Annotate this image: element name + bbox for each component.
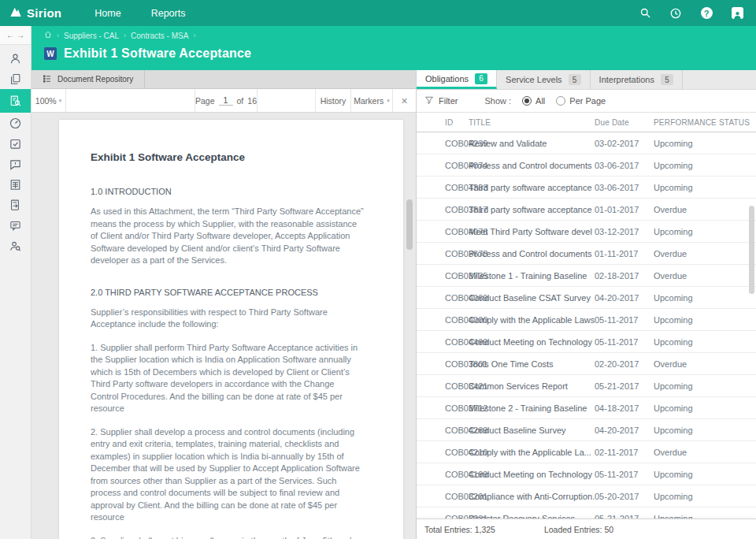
brand-name: Sirion: [27, 6, 61, 20]
table-row[interactable]: COB04383Third party software acceptance …: [417, 177, 756, 199]
tab-obligations[interactable]: Obligations 6: [417, 70, 497, 89]
sidebar-item-change-requests[interactable]: [0, 195, 31, 215]
table-scrollbar-thumb[interactable]: [749, 206, 754, 294]
table-row[interactable]: COB04000Comply with the Applicable Laws0…: [417, 309, 756, 331]
table-row[interactable]: COB04239Review and Validate03-02-2017Upc…: [417, 132, 756, 154]
radio-button[interactable]: [522, 96, 532, 106]
table-cell: 05-11-2017: [595, 337, 654, 347]
table-cell: Common Services Report: [469, 381, 595, 391]
table-cell: COB04210: [417, 448, 469, 457]
app-logo[interactable]: Sirion: [0, 6, 61, 20]
breadcrumb-contracts[interactable]: Contracts - MSA: [131, 32, 188, 40]
page-title: Exhibit 1 Software Acceptance: [64, 46, 251, 61]
back-forward-arrows[interactable]: ←→: [0, 26, 31, 45]
table-row[interactable]: COB04499Conduct Meeting on Technology ..…: [417, 331, 756, 353]
table-cell: COB04199: [417, 470, 469, 479]
history-button[interactable]: History: [316, 89, 351, 112]
column-header-performance-status[interactable]: PERFORMANCE STATUS: [654, 118, 756, 127]
table-cell: Milestone 1 - Training Baseline: [469, 271, 595, 281]
forward-arrow-icon[interactable]: →: [17, 31, 24, 39]
table-cell: 03-06-2017: [595, 183, 654, 192]
table-row[interactable]: COB03678Process and Control documents01-…: [417, 243, 756, 265]
table-row[interactable]: COB04199Conduct Meeting on Technology ..…: [417, 463, 756, 485]
nav-home[interactable]: Home: [94, 8, 120, 19]
home-icon[interactable]: [44, 31, 52, 40]
table-row[interactable]: COB03421Common Services Report05-21-2017…: [417, 375, 756, 397]
toolbar-spacer: [66, 89, 195, 112]
table-row[interactable]: COB03201Compliance with Anti-Corruption.…: [417, 485, 756, 507]
column-header-id[interactable]: ID: [417, 118, 469, 127]
table-row[interactable]: COB04269Conduct Baseline Survey04-20-201…: [417, 419, 756, 441]
table-cell: Conduct Meeting on Technology ...: [469, 470, 595, 479]
search-icon[interactable]: [639, 7, 651, 20]
table-cell: COB04269: [417, 426, 469, 435]
zoom-dropdown[interactable]: 100%▾: [32, 89, 66, 112]
close-button[interactable]: ×: [393, 89, 416, 112]
of-label: of: [237, 96, 244, 106]
filter-button[interactable]: Filter: [424, 95, 458, 106]
documents-icon: [9, 72, 22, 86]
table-cell: 03-12-2017: [595, 227, 654, 236]
table-cell: COB03817: [417, 205, 469, 214]
sidebar-item-messages[interactable]: [0, 215, 31, 236]
sidebar-item-invoices[interactable]: [0, 174, 31, 195]
obligations-table-body: COB04239Review and Validate03-02-2017Upc…: [417, 132, 756, 519]
breadcrumb-suppliers[interactable]: Suppliers - CAL: [64, 32, 119, 40]
table-cell: 05-11-2017: [595, 470, 654, 479]
tab-service-levels[interactable]: Service Levels 5: [497, 70, 591, 89]
page-number-input[interactable]: [219, 95, 233, 106]
sidebar-item-document-viewer[interactable]: [0, 89, 31, 113]
table-cell: 02-18-2017: [595, 271, 654, 281]
column-header-title[interactable]: TITLE: [469, 118, 595, 127]
table-row[interactable]: COB04210Comply with the Applicable La...…: [417, 441, 756, 463]
total-entries: Total Entries: 1,325: [424, 525, 495, 534]
sidebar-item-audit[interactable]: [0, 236, 31, 256]
profile-icon[interactable]: [731, 7, 743, 20]
nav-reports[interactable]: Reports: [151, 8, 186, 19]
top-nav: Home Reports: [94, 8, 185, 19]
table-cell: 04-18-2017: [595, 403, 654, 413]
document-scrollbar[interactable]: [406, 113, 413, 539]
sidebar-item-tasks[interactable]: [0, 133, 31, 154]
table-cell: 05-20-2017: [595, 492, 654, 501]
document-arrow-icon: [9, 199, 22, 212]
document-title: Exhibit 1 Software Acceptance: [91, 151, 364, 163]
document-repository-tab[interactable]: Document Repository: [32, 70, 145, 88]
tab-interpretations[interactable]: Interpretations 5: [591, 70, 683, 89]
document-viewer: Exhibit 1 Software Acceptance 1.0 INTROD…: [32, 113, 416, 539]
table-cell: Upcoming: [654, 227, 756, 236]
table-row[interactable]: COB03801Tools One Time Costs02-20-2017Ov…: [417, 353, 756, 375]
doc-paragraph: Supplier’s responsibilities with respect…: [91, 307, 364, 331]
table-row[interactable]: COB03735Milestone 1 - Training Baseline0…: [417, 265, 756, 287]
table-row[interactable]: COB04069Conduct Baseline CSAT Survey04-2…: [417, 287, 756, 309]
chevron-down-icon: ▾: [59, 98, 62, 104]
history-icon[interactable]: [669, 7, 682, 20]
sidebar-item-suppliers[interactable]: [0, 48, 31, 69]
table-cell: 02-11-2017: [595, 448, 654, 457]
sidebar-item-dashboard[interactable]: [0, 113, 31, 133]
table-row[interactable]: COB03231Disaster Recovery Services05-21-…: [417, 507, 756, 519]
list-tree-icon: [43, 74, 52, 85]
sidebar-item-issues[interactable]: [0, 154, 31, 174]
help-icon[interactable]: ?: [700, 7, 713, 20]
table-row[interactable]: COB03712Milestone 2 - Training Baseline0…: [417, 397, 756, 419]
column-header-due-date[interactable]: Due Date: [595, 118, 654, 127]
radio-button[interactable]: [556, 96, 565, 106]
page-header: › Suppliers - CAL › Contracts - MSA › W …: [32, 26, 756, 70]
document-body: 1.0 INTRODUCTIONAs used in this Attachme…: [91, 187, 364, 539]
radio-all[interactable]: All: [522, 96, 545, 106]
gauge-icon: [9, 117, 22, 130]
markers-dropdown[interactable]: Markers▾: [351, 89, 393, 112]
table-row[interactable]: COB04076Meet Third Party Software devel …: [417, 221, 756, 243]
table-row[interactable]: COB04074Process and Control documents03-…: [417, 154, 756, 177]
back-arrow-icon[interactable]: ←: [6, 31, 14, 39]
table-cell: 03-06-2017: [595, 161, 654, 170]
table-cell: Overdue: [654, 359, 756, 369]
table-cell: COB03801: [417, 359, 469, 369]
radio-per-page[interactable]: Per Page: [556, 96, 606, 106]
top-icons: ?: [639, 7, 756, 20]
left-sidebar: ←→: [0, 26, 32, 539]
table-row[interactable]: COB03817Third party software acceptance …: [417, 199, 756, 221]
document-scrollbar-thumb[interactable]: [406, 199, 413, 250]
sidebar-item-contracts[interactable]: [0, 69, 31, 89]
